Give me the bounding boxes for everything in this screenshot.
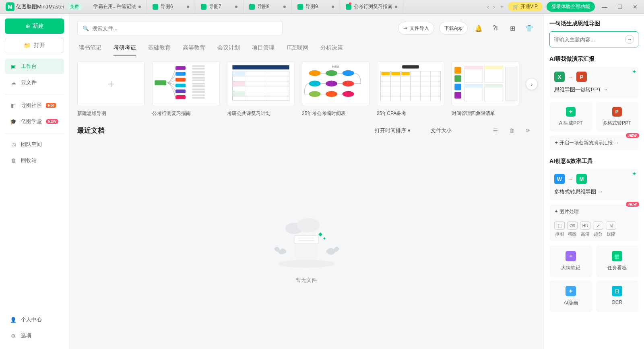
kanban-button[interactable]: ▦任务看板 bbox=[596, 245, 639, 277]
paint-icon: ✦ bbox=[566, 286, 576, 296]
img-tool-hd[interactable]: HD高清 bbox=[580, 222, 590, 237]
tab-0[interactable]: 学霸在用...种笔记法 bbox=[88, 0, 147, 13]
refresh-icon[interactable]: ⟳ bbox=[524, 127, 531, 134]
mindmap-to-ppt-card[interactable]: ✦ X → P 思维导图一键转PPT → bbox=[549, 67, 638, 98]
template-new[interactable]: ＋ 新建思维导图 bbox=[77, 61, 145, 117]
new-present-banner[interactable]: NEW ✦ 开启一场创新的演示汇报 → bbox=[549, 135, 638, 150]
svg-rect-53 bbox=[381, 72, 390, 75]
svg-text:时间表: 时间表 bbox=[332, 66, 339, 68]
search-box[interactable]: 🔍 bbox=[77, 21, 283, 35]
sidebar-item-personal[interactable]: 👤个人中心 bbox=[5, 312, 64, 327]
sidebar-item-workspace[interactable]: ▣工作台 bbox=[5, 59, 64, 74]
close-icon[interactable]: ✕ bbox=[630, 1, 641, 12]
template-card[interactable]: 考研公共课复习计划 bbox=[227, 61, 295, 117]
tab-dot-icon bbox=[283, 6, 286, 8]
tab-prev-icon[interactable]: ‹ bbox=[487, 4, 489, 10]
vip-button[interactable]: 🛒开通VIP bbox=[508, 2, 543, 11]
gear-icon: ⚙ bbox=[10, 332, 17, 339]
sort-time-button[interactable]: 打开时间排序▾ bbox=[375, 127, 411, 134]
template-card[interactable]: 25年CPA备考 bbox=[377, 61, 444, 117]
apps-icon[interactable]: ⊞ bbox=[506, 22, 518, 34]
ai-input-box[interactable]: → bbox=[549, 31, 638, 47]
tab-next-icon[interactable]: › bbox=[493, 4, 495, 10]
img-tool-compress[interactable]: ⇲压缩 bbox=[606, 222, 616, 237]
svg-rect-68 bbox=[506, 67, 517, 101]
svg-point-36 bbox=[326, 81, 337, 87]
svg-rect-55 bbox=[401, 72, 410, 75]
img-process-banner[interactable]: NEW ✦ 图片处理 ⬚抠图 ⌫移除 HD高清 ⤢超分 ⇲压缩 bbox=[549, 204, 638, 241]
svg-rect-59 bbox=[454, 92, 461, 99]
sidebar-item-recycle[interactable]: 🗑回收站 bbox=[5, 153, 64, 168]
tab-3[interactable]: 导图8 bbox=[244, 0, 292, 13]
sidebar-item-cloud[interactable]: ☁云文件 bbox=[5, 75, 64, 90]
multi-to-mindmap-card[interactable]: ✦ W → M 多格式转思维导图 → bbox=[549, 169, 638, 200]
plus-icon: ＋ bbox=[105, 76, 117, 91]
tab-strip: 学霸在用...种笔记法 导图6 导图7 导图8 导图9 公考行测复习指南 bbox=[88, 0, 484, 13]
template-next-button[interactable]: › bbox=[526, 78, 538, 90]
img-tool-cutout[interactable]: ⬚抠图 bbox=[554, 222, 565, 237]
svg-rect-58 bbox=[454, 84, 461, 90]
help-icon[interactable]: ?⃝ bbox=[489, 22, 502, 34]
sidebar-item-options[interactable]: ⚙选项 bbox=[5, 328, 64, 343]
folder-icon: 📁 bbox=[24, 42, 31, 49]
bell-icon[interactable]: 🔔 bbox=[473, 22, 485, 34]
list-view-icon[interactable]: ☰ bbox=[492, 127, 499, 134]
cat-tab-7[interactable]: 分析决策 bbox=[320, 41, 343, 55]
ai-generate-title: 一句话生成思维导图 bbox=[549, 20, 638, 27]
community-icon: ◧ bbox=[10, 102, 17, 109]
img-tool-upscale[interactable]: ⤢超分 bbox=[593, 222, 603, 237]
svg-rect-5 bbox=[175, 90, 186, 93]
cat-tab-2[interactable]: 基础教育 bbox=[148, 41, 171, 55]
svg-point-34 bbox=[343, 70, 354, 76]
cat-tab-1[interactable]: 考研考证 bbox=[114, 41, 136, 55]
template-card[interactable]: 时间管理四象限清单 bbox=[452, 61, 519, 117]
tab-1[interactable]: 导图6 bbox=[147, 0, 195, 13]
tab-dot-icon bbox=[138, 6, 141, 8]
outline-notes-button[interactable]: ≡大纲笔记 bbox=[549, 245, 592, 277]
maximize-icon[interactable]: ☐ bbox=[614, 1, 625, 12]
ocr-icon: ⊡ bbox=[612, 286, 622, 296]
tab-4[interactable]: 导图9 bbox=[292, 0, 340, 13]
sidebar-item-community[interactable]: ◧导图社区Hot bbox=[5, 98, 64, 113]
team-icon: 🗂 bbox=[10, 141, 17, 148]
svg-rect-9 bbox=[192, 71, 205, 73]
app-logo[interactable]: M 亿图脑图MindMaster 免费 bbox=[3, 2, 85, 11]
delete-icon[interactable]: 🗑 bbox=[508, 127, 515, 134]
tab-5[interactable]: 公考行测复习指南 bbox=[340, 0, 403, 13]
svg-rect-56 bbox=[454, 67, 461, 74]
new-button[interactable]: ⊕新建 bbox=[5, 18, 64, 34]
multi-to-ppt-button[interactable]: P 多格式转PPT bbox=[596, 102, 639, 131]
minimize-icon[interactable]: — bbox=[599, 1, 610, 12]
img-tool-remove[interactable]: ⌫移除 bbox=[567, 222, 578, 237]
svg-rect-11 bbox=[192, 77, 205, 78]
chevron-down-icon: ▾ bbox=[408, 127, 411, 133]
file-size-label[interactable]: 文件大小 bbox=[431, 127, 452, 134]
open-button[interactable]: 📁打开 bbox=[5, 38, 64, 53]
cat-tab-6[interactable]: IT互联网 bbox=[287, 41, 308, 55]
svg-rect-3 bbox=[175, 78, 186, 81]
ai-gen-ppt-button[interactable]: ✦ AI生成PPT bbox=[549, 102, 592, 131]
tab-add-icon[interactable]: ＋ bbox=[499, 3, 505, 10]
app-name: 亿图脑图MindMaster bbox=[16, 3, 64, 10]
ai-submit-button[interactable]: → bbox=[625, 35, 634, 44]
shirt-icon[interactable]: 👕 bbox=[523, 22, 535, 34]
login-button[interactable]: 登录体验全部功能 bbox=[547, 2, 595, 12]
sidebar-item-team[interactable]: 🗂团队空间 bbox=[5, 137, 64, 152]
template-card[interactable]: 时间表 25年考公考编时间表 bbox=[302, 61, 369, 117]
sidebar-item-school[interactable]: 🎓亿图学堂NEW bbox=[5, 114, 64, 129]
arrow-icon: → bbox=[568, 74, 573, 80]
tab-2[interactable]: 导图7 bbox=[195, 0, 244, 13]
cat-tab-4[interactable]: 会议计划 bbox=[217, 41, 240, 55]
cat-tab-5[interactable]: 项目管理 bbox=[252, 41, 275, 55]
cat-tab-3[interactable]: 高等教育 bbox=[183, 41, 205, 55]
search-input[interactable] bbox=[92, 25, 277, 31]
ai-topic-input[interactable] bbox=[554, 37, 625, 43]
import-button[interactable]: ⇥文件导入 bbox=[398, 22, 434, 35]
template-card[interactable]: 公考行测复习指南 bbox=[152, 61, 220, 117]
ai-paint-button[interactable]: ✦AI绘画 bbox=[549, 280, 592, 312]
doc-icon bbox=[153, 4, 158, 10]
download-button[interactable]: 下载App bbox=[439, 22, 468, 35]
ocr-button[interactable]: ⊡OCR bbox=[596, 280, 639, 312]
svg-rect-7 bbox=[192, 65, 205, 67]
cat-tab-0[interactable]: 读书笔记 bbox=[79, 41, 101, 55]
